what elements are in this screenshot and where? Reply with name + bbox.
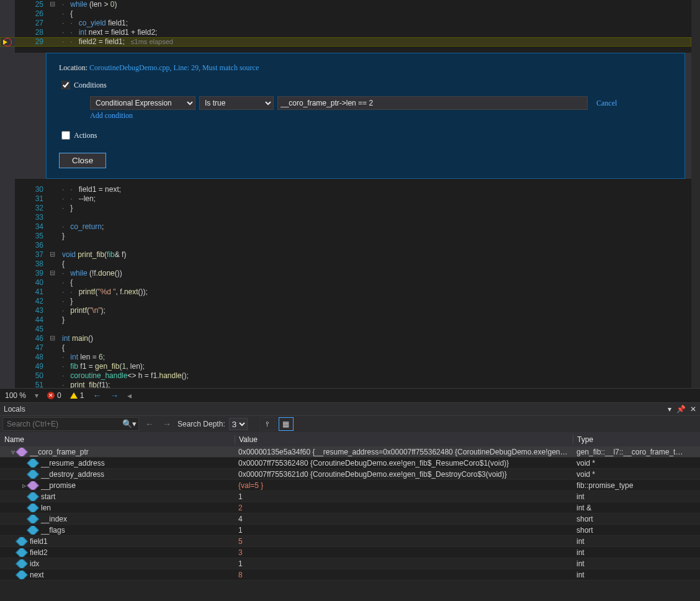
code-text[interactable]: int main() <box>61 334 93 343</box>
locals-row[interactable]: __index4short <box>0 513 700 525</box>
breakpoint-gutter[interactable] <box>0 325 15 334</box>
locals-row[interactable]: __flags1short <box>0 525 700 536</box>
var-value[interactable]: 3 <box>235 548 573 557</box>
code-text[interactable]: · · int next = field1 + field2; <box>61 28 157 37</box>
locals-grid-body[interactable]: ▿__coro_frame_ptr0x00000135e5a34f60 {__r… <box>0 446 700 601</box>
code-line[interactable]: 25⊟· while (len > 0) <box>0 0 691 9</box>
code-editor[interactable]: 25⊟· while (len > 0)26· {27· · co_yield … <box>0 0 700 388</box>
code-text[interactable]: } <box>61 315 65 325</box>
code-text[interactable]: · printf("\n"); <box>61 306 105 315</box>
locals-row[interactable]: __destroy_address0x00007ff7553621d0 {Cor… <box>0 469 700 480</box>
col-value[interactable]: Value <box>235 435 573 444</box>
var-value[interactable]: 1 <box>235 559 573 568</box>
code-line[interactable]: 40· { <box>0 278 691 287</box>
code-text[interactable]: · } <box>61 297 73 306</box>
breakpoint-icon[interactable] <box>3 38 12 47</box>
code-line[interactable]: 36 <box>0 241 691 250</box>
code-text[interactable]: · { <box>61 9 73 19</box>
pin-icon[interactable]: 📌 <box>676 405 686 413</box>
conditions-checkbox-row[interactable]: Conditions <box>59 79 672 91</box>
code-line[interactable]: 33 <box>0 213 691 222</box>
code-text[interactable]: · int len = 6; <box>61 353 105 362</box>
condition-istrue-select[interactable]: Is true <box>199 96 274 110</box>
fold-icon[interactable]: ⊟ <box>50 334 61 343</box>
breakpoint-gutter[interactable] <box>0 28 15 37</box>
breakpoint-gutter[interactable] <box>0 278 15 287</box>
var-value[interactable]: 4 <box>235 515 573 523</box>
locals-row[interactable]: idx1int <box>0 558 700 569</box>
code-line[interactable]: 42· } <box>0 297 691 306</box>
breakpoint-gutter[interactable] <box>0 185 15 194</box>
code-text[interactable]: · · --len; <box>61 194 96 204</box>
fold-icon[interactable]: ⊟ <box>50 250 61 260</box>
locals-row[interactable]: ▿__coro_frame_ptr0x00000135e5a34f60 {__r… <box>0 446 700 458</box>
breakpoint-gutter[interactable] <box>0 19 15 28</box>
code-text[interactable]: · { <box>61 278 73 287</box>
code-text[interactable]: · · field2 = field1; ≤1ms elapsed <box>61 37 173 47</box>
var-value[interactable]: {val=5 } <box>235 481 573 490</box>
toggle-view-icon[interactable]: ▦ <box>279 417 294 431</box>
code-text[interactable]: · · co_yield field1; <box>61 19 128 28</box>
code-line[interactable]: 41· · printf("%d ", f.next()); <box>0 287 691 297</box>
col-name[interactable]: Name <box>1 435 235 444</box>
code-line[interactable]: 50· coroutine_handle<> h = f1.handle(); <box>0 371 691 381</box>
code-line[interactable]: 47{ <box>0 343 691 353</box>
breakpoint-gutter[interactable] <box>0 306 15 315</box>
error-count[interactable]: ✕ 0 <box>47 391 61 400</box>
breakpoint-gutter[interactable] <box>0 194 15 204</box>
code-line[interactable]: 26· { <box>0 9 691 19</box>
add-condition-link[interactable]: Add condition <box>90 111 133 120</box>
search-prev-icon[interactable]: ← <box>143 419 156 429</box>
search-depth-select[interactable]: 3 <box>229 418 248 430</box>
condition-type-select[interactable]: Conditional Expression <box>90 96 195 110</box>
code-line[interactable]: 49· fib f1 = gen_fib(1, len); <box>0 362 691 371</box>
var-value[interactable]: 2 <box>235 504 573 512</box>
code-text[interactable]: · while (len > 0) <box>61 0 117 9</box>
var-value[interactable]: 0x00007ff7553621d0 {CoroutineDebugDemo.e… <box>235 470 573 479</box>
breakpoint-gutter[interactable] <box>0 232 15 241</box>
code-line[interactable]: 27· · co_yield field1; <box>0 19 691 28</box>
code-text[interactable]: · print_fib(f1); <box>61 381 110 388</box>
search-icon[interactable]: 🔍▾ <box>122 419 137 428</box>
breakpoint-gutter[interactable] <box>0 371 15 381</box>
code-line[interactable]: 28· · int next = field1 + field2; <box>0 28 691 37</box>
code-text[interactable]: · } <box>61 204 73 213</box>
bp-location-link[interactable]: CoroutineDebugDemo.cpp, Line: 29, Must m… <box>89 63 259 72</box>
code-line[interactable]: 37⊟void print_fib(fib& f) <box>0 250 691 260</box>
breakpoint-gutter[interactable] <box>0 250 15 260</box>
breakpoint-gutter[interactable] <box>0 297 15 306</box>
nav-next-icon[interactable]: → <box>110 391 119 400</box>
warning-count[interactable]: 1 <box>70 391 84 400</box>
var-value[interactable]: 8 <box>235 571 573 579</box>
filter-icon[interactable]: ⫯ <box>260 417 275 431</box>
code-text[interactable] <box>61 241 62 250</box>
actions-checkbox-row[interactable]: Actions <box>59 129 672 142</box>
breakpoint-gutter[interactable] <box>0 315 15 325</box>
nav-prev-icon[interactable]: ← <box>92 391 101 400</box>
breakpoint-gutter[interactable] <box>0 343 15 353</box>
close-button[interactable]: Close <box>59 153 106 168</box>
breakpoint-gutter[interactable] <box>0 353 15 362</box>
locals-row[interactable]: next8int <box>0 569 700 581</box>
var-value[interactable]: 0x00007ff755362480 {CoroutineDebugDemo.e… <box>235 459 573 468</box>
breakpoint-gutter[interactable] <box>0 222 15 232</box>
code-text[interactable]: · fib f1 = gen_fib(1, len); <box>61 362 145 371</box>
condition-cancel-link[interactable]: Cancel <box>596 99 617 108</box>
code-line[interactable]: 30· · field1 = next; <box>0 185 691 194</box>
code-line[interactable]: 48· int len = 6; <box>0 353 691 362</box>
search-next-icon[interactable]: → <box>160 419 174 429</box>
locals-row[interactable]: start1int <box>0 491 700 502</box>
window-dropdown-icon[interactable]: ▾ <box>668 405 671 413</box>
breakpoint-gutter[interactable] <box>0 0 15 9</box>
locals-row[interactable]: field23int <box>0 547 700 558</box>
code-text[interactable] <box>61 213 62 222</box>
zoom-dropdown-icon[interactable]: ▾ <box>35 391 38 400</box>
code-text[interactable]: void print_fib(fib& f) <box>61 250 126 260</box>
code-text[interactable] <box>61 325 62 334</box>
locals-row[interactable]: ▹__promise{val=5 }fib::promise_type <box>0 480 700 491</box>
conditions-checkbox[interactable] <box>61 81 70 89</box>
code-text[interactable]: { <box>61 260 65 269</box>
condition-expression-input[interactable] <box>277 96 588 110</box>
close-panel-icon[interactable]: ✕ <box>690 405 696 413</box>
code-line[interactable]: 32· } <box>0 204 691 213</box>
